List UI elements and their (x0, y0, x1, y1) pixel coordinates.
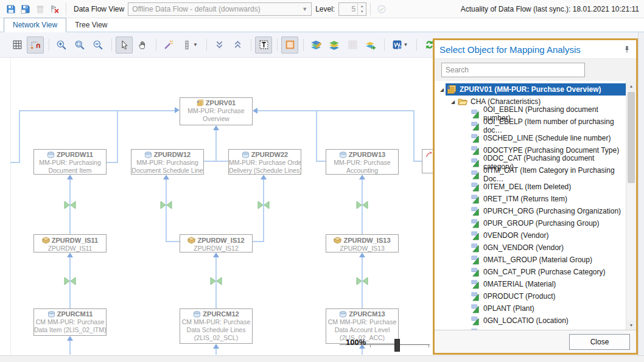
expander-icon[interactable]: ◢ (449, 99, 457, 105)
tree-item-body: 0SCHED_LINE (Schedule line number) (470, 132, 626, 144)
node-zpurcm12[interactable]: ZPURCM12CM MM-PUR: PurchaseData Schedule… (180, 308, 253, 344)
transformation-icon (65, 277, 69, 285)
transformation-icon (65, 201, 69, 209)
node-description: (2LIS_02_SCL) (180, 334, 252, 342)
frame-icon (285, 40, 295, 50)
auto-layout-button[interactable] (160, 37, 177, 54)
scroll-up-icon[interactable]: ▲ (626, 81, 636, 91)
tree-item[interactable]: 0PRODUCT (Product) (435, 290, 626, 302)
characteristic-icon (471, 146, 480, 155)
chevron-down-icon: ▼ (404, 42, 408, 47)
datastore-icon (339, 311, 347, 318)
tree-item[interactable] (435, 327, 626, 330)
node-zpurdw_is13[interactable]: ZPURDW_IS13ZPURDW_IS13 (326, 234, 399, 252)
tree-item[interactable]: 0GN_LOCATIO (Location) (435, 315, 626, 327)
edit-layers-button[interactable] (307, 37, 324, 54)
zoom-selection-button[interactable] (71, 37, 88, 54)
tree-item-body: 0MATL_GROUP (Material Group) (470, 254, 626, 266)
characteristic-icon (471, 243, 480, 252)
transformation-icon (217, 277, 222, 285)
tree-item[interactable]: 0GN_CAT_PUR (Purchase Category) (435, 266, 626, 278)
node-zpurcm11[interactable]: ZPURCM11CM MM-PUR: PurchaseData Item (2L… (33, 308, 107, 336)
zoom-out-button[interactable] (89, 37, 107, 54)
tree-item-body: 0MATERIAL (Material) (470, 278, 626, 290)
datastore-icon (47, 151, 55, 158)
tree-item[interactable]: 0ITEM_DEL (Item Deleted) (435, 181, 626, 193)
frame-mode-button[interactable] (281, 37, 298, 54)
datastore-icon (339, 151, 347, 158)
node-zpurdw11[interactable]: ZPURDW11MM-PUR: PurchasingDocument Item (33, 149, 107, 175)
delete-button[interactable] (33, 2, 47, 16)
snap-lines-button[interactable] (27, 37, 44, 54)
panel-header: Select Object for Mapping Analysis (435, 40, 636, 59)
window-right-gutter (638, 32, 644, 355)
save-as-button[interactable] (19, 2, 32, 16)
tree-item[interactable]: 0VENDOR (Vendor) (435, 229, 626, 242)
layers-button[interactable] (326, 37, 343, 54)
characteristic-icon (471, 316, 480, 325)
node-title: ZPURV01 (180, 99, 252, 107)
minimap-button[interactable] (344, 37, 361, 54)
tab-network-view[interactable]: Network View (4, 18, 66, 32)
zoom-in-button[interactable] (53, 37, 70, 54)
tree-item[interactable]: 0PUR_GROUP (Purchasing Group) (435, 217, 626, 229)
tree-item[interactable]: 0OI_EBELP (Item number of purchasing doc… (435, 120, 626, 132)
tree-item[interactable]: 0GN_VENDOR (Vendor) (435, 242, 626, 254)
expander-icon[interactable]: ◢ (438, 87, 446, 92)
tree-item[interactable]: ◢ZPURV01 (MM-PUR: Purchase Overview) (435, 83, 626, 96)
scroll-down-icon[interactable]: ▼ (626, 320, 636, 330)
node-zpurdw13[interactable]: ZPURDW13MM-PUR: PurchaseAccounting (326, 149, 399, 175)
panel-search-area (435, 59, 636, 81)
panel-footer: Close (435, 330, 636, 353)
level-stepper[interactable]: 5 ▲▼ (338, 2, 366, 16)
node-zpurdw22[interactable]: ZPURDW22MM-PUR: Purchase OrderDelivery (… (228, 149, 301, 175)
levels-button[interactable]: ▼ (178, 37, 201, 54)
node-description: CM MM-PUR: Purchase (180, 318, 252, 326)
data-flow-combo[interactable]: Offline Data Flow - default (downwards) … (128, 2, 312, 16)
select-pointer-button[interactable] (116, 37, 133, 54)
save-button[interactable] (4, 2, 18, 16)
remove-data-flow-button[interactable] (48, 2, 61, 16)
level-spin-buttons[interactable]: ▲▼ (357, 4, 366, 15)
tree-item[interactable]: 0MATL_GROUP (Material Group) (435, 254, 626, 266)
node-zpurdw_is12[interactable]: ZPURDW_IS12ZPURDW_IS12 (180, 234, 253, 252)
node-title: ZPURDW22 (229, 151, 301, 159)
separator (277, 39, 278, 51)
tree-item[interactable]: 0MATERIAL (Material) (435, 278, 626, 290)
tree-item-body: 0GN_VENDOR (Vendor) (470, 242, 626, 254)
provider-icon (447, 85, 457, 94)
pin-icon[interactable] (623, 45, 631, 54)
export-word-button[interactable]: ▼ (388, 37, 411, 54)
infosource-icon (187, 236, 195, 244)
scrollbar-thumb[interactable] (628, 92, 635, 183)
tree-item[interactable]: 0ITM_CAT (Item Category in Purchasing Do… (435, 169, 626, 181)
tree-item[interactable]: 0RET_ITM (Returns Item) (435, 193, 626, 205)
node-description: MM-PUR: Purchasing (131, 159, 203, 167)
grid-toggle-button[interactable] (9, 37, 26, 54)
text-visibility-button[interactable] (255, 37, 272, 54)
collapse-all-button[interactable] (229, 37, 246, 54)
pan-button[interactable] (134, 37, 151, 54)
node-zpurdw_is11[interactable]: ZPURDW_IS11ZPURDW_IS11 (33, 234, 107, 252)
separator (49, 39, 49, 51)
tree-scrollbar[interactable]: ▲ ▼ (626, 81, 636, 330)
tree-item-label: 0PRODUCT (Product) (483, 292, 555, 301)
node-description: CM MM-PUR: Purchase (34, 318, 106, 326)
tree-item[interactable]: 0PLANT (Plant) (435, 302, 626, 315)
node-zpurv01[interactable]: ZPURV01MM-PUR: PurchaseOverview (180, 97, 253, 125)
check-actuality-button[interactable] (375, 2, 388, 16)
search-input[interactable] (441, 63, 585, 77)
zoom-slider-thumb[interactable] (394, 339, 400, 352)
tree-item[interactable]: 0PURCH_ORG (Purchasing Organization) (435, 205, 626, 217)
tree-item-label: 0ITEM_DEL (Item Deleted) (483, 183, 571, 191)
tree-item-label: ZPURV01 (MM-PUR: Purchase Overview) (460, 85, 601, 94)
node-zpurdw12[interactable]: ZPURDW12MM-PUR: PurchasingDocument Sched… (131, 149, 204, 175)
expand-all-button[interactable] (211, 37, 228, 54)
tab-tree-view[interactable]: Tree View (66, 18, 116, 32)
export-graphic-button[interactable] (362, 37, 379, 54)
characteristic-icon (471, 304, 480, 313)
chev-down-icon (214, 40, 225, 50)
infosource-icon (334, 236, 341, 244)
close-button[interactable]: Close (569, 334, 630, 350)
tree-item[interactable]: 0SCHED_LINE (Schedule line number) (435, 132, 626, 144)
